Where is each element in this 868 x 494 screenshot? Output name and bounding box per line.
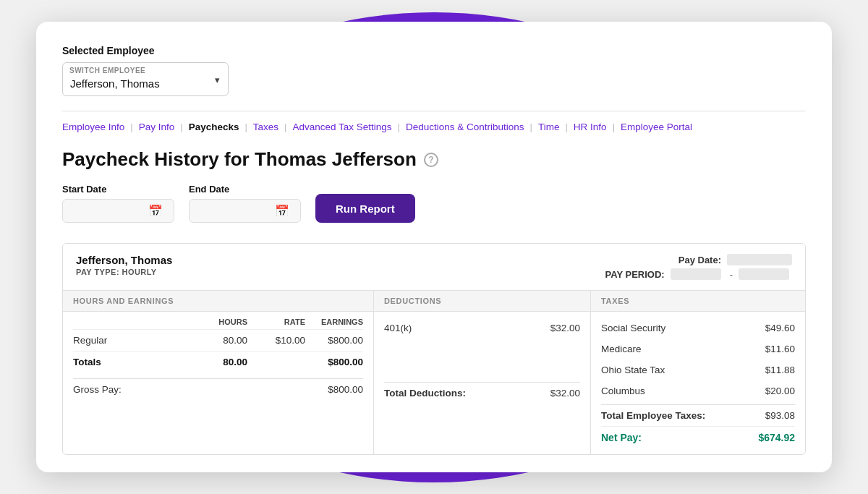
- he-totals-label: Totals: [73, 357, 190, 367]
- nav-bar: Employee Info | Pay Info | Paychecks | T…: [62, 111, 806, 132]
- net-pay-amount: $674.92: [758, 432, 795, 443]
- ded-total-label: Total Deductions:: [384, 388, 466, 399]
- sidebar-item-deductions-contributions[interactable]: Deductions & Contributions: [406, 122, 524, 132]
- tax-social-security-label: Social Security: [601, 323, 665, 333]
- col-deductions: DEDUCTIONS 401(k) $32.00 Total Deduction…: [374, 291, 591, 454]
- pay-date-label: Pay Date:: [678, 255, 721, 265]
- outer-background: Selected Employee SWITCH EMPLOYEE Jeffer…: [0, 0, 868, 494]
- pay-period-label: PAY PERIOD:: [605, 269, 665, 280]
- pay-date-row: Pay Date:: [605, 254, 792, 265]
- he-gross-hours: [190, 384, 247, 395]
- tax-medicare-amount: $11.60: [765, 344, 795, 354]
- hours-earnings-table: HOURS RATE EARNINGS Regular 80.00 $10.00…: [63, 312, 373, 400]
- sidebar-item-hr-info[interactable]: HR Info: [574, 122, 607, 132]
- tax-total-amount: $93.08: [765, 410, 795, 421]
- he-gross-rate: [247, 384, 305, 395]
- calendar-icon[interactable]: 📅: [148, 204, 163, 218]
- start-date-input[interactable]: [70, 205, 142, 217]
- pay-type: PAY TYPE: HOURLY: [76, 268, 172, 276]
- ded-total-row: Total Deductions: $32.00: [384, 382, 580, 404]
- sidebar-item-advanced-tax-settings[interactable]: Advanced Tax Settings: [293, 122, 392, 132]
- nav-separator: |: [565, 122, 567, 132]
- taxes-body: Social Security $49.60 Medicare $11.60 O…: [591, 312, 805, 454]
- col-taxes: TAXES Social Security $49.60 Medicare $1…: [591, 291, 805, 454]
- net-pay-row: Net Pay: $674.92: [601, 426, 795, 448]
- calendar-icon-end[interactable]: 📅: [275, 204, 289, 218]
- tax-medicare-row: Medicare $11.60: [601, 338, 795, 359]
- start-date-input-wrapper: 📅: [62, 199, 174, 223]
- he-gross-row: Gross Pay: $800.00: [73, 378, 363, 400]
- he-totals-hours: 80.00: [190, 357, 247, 367]
- end-date-input-wrapper: 📅: [189, 199, 301, 223]
- main-card: Selected Employee SWITCH EMPLOYEE Jeffer…: [36, 22, 832, 472]
- employee-name-block: Jefferson, Thomas PAY TYPE: HOURLY: [76, 254, 172, 276]
- sidebar-item-time[interactable]: Time: [538, 122, 560, 132]
- nav-separator: |: [180, 122, 182, 132]
- he-col-hours: HOURS: [190, 318, 247, 326]
- he-regular-hours: 80.00: [190, 335, 247, 346]
- sidebar-item-employee-portal[interactable]: Employee Portal: [621, 122, 692, 132]
- end-date-group: End Date 📅: [189, 184, 301, 223]
- tax-medicare-label: Medicare: [601, 344, 642, 354]
- he-sub-header: HOURS RATE EARNINGS: [73, 312, 363, 330]
- he-totals-rate: [247, 357, 305, 367]
- he-totals-earnings: $800.00: [305, 357, 363, 367]
- deductions-body: 401(k) $32.00 Total Deductions: $32.00: [374, 312, 590, 409]
- he-regular-label: Regular: [73, 335, 190, 346]
- he-gross-label: Gross Pay:: [73, 384, 190, 395]
- start-date-group: Start Date 📅: [62, 184, 174, 223]
- run-report-button[interactable]: Run Report: [315, 194, 415, 223]
- nav-separator: |: [398, 122, 400, 132]
- nav-separator: |: [613, 122, 615, 132]
- he-col-empty: [73, 318, 190, 326]
- hours-earnings-header: HOURS AND EARNINGS: [63, 291, 373, 312]
- date-filter-row: Start Date 📅 End Date 📅 Run Report: [62, 184, 806, 223]
- net-pay-label: Net Pay:: [601, 432, 642, 443]
- tax-ohio-amount: $11.88: [765, 365, 795, 375]
- start-date-label: Start Date: [62, 184, 174, 195]
- nav-separator: |: [530, 122, 532, 132]
- nav-separator: |: [130, 122, 132, 132]
- nav-separator: |: [284, 122, 286, 132]
- tax-total-label: Total Employee Taxes:: [601, 410, 705, 421]
- paycheck-header-row: Jefferson, Thomas PAY TYPE: HOURLY Pay D…: [63, 244, 805, 290]
- tax-columbus-row: Columbus $20.00: [601, 380, 795, 401]
- tax-total-row: Total Employee Taxes: $93.08: [601, 404, 795, 426]
- page-title: Paycheck History for Thomas Jefferson: [62, 148, 417, 171]
- paycheck-section: Jefferson, Thomas PAY TYPE: HOURLY Pay D…: [62, 243, 806, 455]
- end-date-label: End Date: [189, 184, 301, 195]
- sidebar-item-taxes[interactable]: Taxes: [253, 122, 278, 132]
- col-hours-earnings: HOURS AND EARNINGS HOURS RATE EARNINGS R…: [63, 291, 374, 454]
- ded-401k-label: 401(k): [384, 323, 412, 333]
- switch-employee-sublabel: SWITCH EMPLOYEE: [69, 67, 145, 74]
- ded-401k-row: 401(k) $32.00: [384, 318, 580, 338]
- help-icon[interactable]: ?: [424, 153, 438, 167]
- deductions-header: DEDUCTIONS: [374, 291, 590, 312]
- pay-period-start: [671, 268, 721, 280]
- tax-columbus-label: Columbus: [601, 386, 645, 396]
- ded-401k-amount: $32.00: [550, 323, 580, 333]
- tax-columbus-amount: $20.00: [765, 386, 795, 396]
- sidebar-item-pay-info[interactable]: Pay Info: [139, 122, 175, 132]
- tax-ohio-label: Ohio State Tax: [601, 365, 665, 375]
- sidebar-item-employee-info[interactable]: Employee Info: [62, 122, 124, 132]
- taxes-header: TAXES: [591, 291, 805, 312]
- tax-ohio-row: Ohio State Tax $11.88: [601, 359, 795, 380]
- paycheck-columns: HOURS AND EARNINGS HOURS RATE EARNINGS R…: [63, 290, 805, 454]
- tax-social-security-row: Social Security $49.60: [601, 318, 795, 338]
- ded-total-amount: $32.00: [550, 388, 580, 399]
- tax-social-security-amount: $49.60: [765, 323, 795, 333]
- pay-date-value: [727, 254, 792, 265]
- he-col-earnings: EARNINGS: [305, 318, 363, 326]
- he-regular-row: Regular 80.00 $10.00 $800.00: [73, 330, 363, 351]
- end-date-input[interactable]: [197, 205, 269, 217]
- he-regular-rate: $10.00: [247, 335, 305, 346]
- page-title-row: Paycheck History for Thomas Jefferson ?: [62, 148, 806, 171]
- he-totals-row: Totals 80.00 $800.00: [73, 351, 363, 372]
- employee-name: Jefferson, Thomas: [76, 254, 172, 266]
- sidebar-item-paychecks[interactable]: Paychecks: [189, 122, 239, 132]
- nav-separator: |: [244, 122, 247, 132]
- pay-period-end: [739, 268, 789, 280]
- pay-date-block: Pay Date: PAY PERIOD: -: [605, 254, 792, 283]
- he-col-rate: RATE: [247, 318, 305, 326]
